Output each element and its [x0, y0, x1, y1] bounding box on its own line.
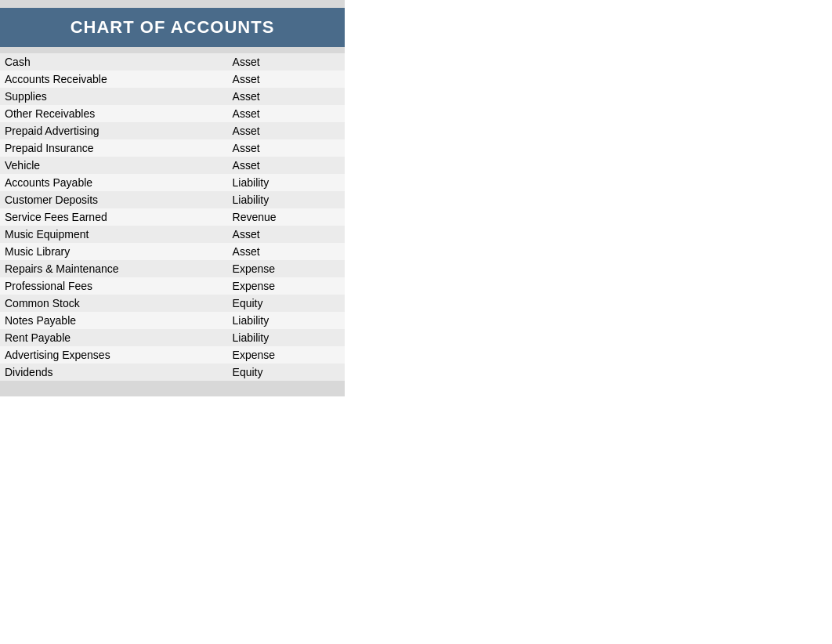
account-type: Expense [228, 260, 345, 277]
account-name: Prepaid Advertising [0, 122, 228, 139]
account-type: Revenue [228, 208, 345, 226]
account-name: Music Equipment [0, 226, 228, 243]
account-name: Supplies [0, 88, 228, 105]
table-row: CashAsset [0, 53, 345, 71]
account-type: Equity [228, 295, 345, 312]
table-row: Prepaid InsuranceAsset [0, 139, 345, 157]
account-name: Music Library [0, 243, 228, 260]
account-type: Asset [228, 88, 345, 105]
table-row: Other ReceivablesAsset [0, 105, 345, 122]
account-name: Dividends [0, 364, 228, 381]
account-type: Expense [228, 346, 345, 364]
table-row: Accounts PayableLiability [0, 174, 345, 191]
table-row: Accounts ReceivableAsset [0, 71, 345, 88]
table-row: Common StockEquity [0, 295, 345, 312]
account-type: Liability [228, 174, 345, 191]
account-name: Customer Deposits [0, 191, 228, 208]
account-type: Asset [228, 157, 345, 174]
account-type: Asset [228, 71, 345, 88]
chart-title: CHART OF ACCOUNTS [16, 17, 329, 38]
account-name: Advertising Expenses [0, 346, 228, 364]
table-row: Rent PayableLiability [0, 329, 345, 346]
account-name: Repairs & Maintenance [0, 260, 228, 277]
account-type: Expense [228, 277, 345, 295]
title-area: CHART OF ACCOUNTS [0, 8, 345, 47]
table-row: Prepaid AdvertisingAsset [0, 122, 345, 139]
table-row: Professional FeesExpense [0, 277, 345, 295]
account-name: Other Receivables [0, 105, 228, 122]
account-name: Cash [0, 53, 228, 71]
account-name: Accounts Receivable [0, 71, 228, 88]
account-name: Service Fees Earned [0, 208, 228, 226]
table-row: VehicleAsset [0, 157, 345, 174]
table-row: SuppliesAsset [0, 88, 345, 105]
table-row: Notes PayableLiability [0, 312, 345, 329]
table-row: Advertising ExpensesExpense [0, 346, 345, 364]
account-name: Accounts Payable [0, 174, 228, 191]
account-type: Asset [228, 226, 345, 243]
account-type: Asset [228, 105, 345, 122]
account-type: Liability [228, 191, 345, 208]
account-type: Asset [228, 53, 345, 71]
account-type: Liability [228, 329, 345, 346]
main-container: CHART OF ACCOUNTS CashAssetAccounts Rece… [0, 0, 345, 396]
table-row: Music LibraryAsset [0, 243, 345, 260]
account-name: Rent Payable [0, 329, 228, 346]
account-name: Professional Fees [0, 277, 228, 295]
table-row: Service Fees EarnedRevenue [0, 208, 345, 226]
account-type: Equity [228, 364, 345, 381]
table-row: DividendsEquity [0, 364, 345, 381]
account-name: Notes Payable [0, 312, 228, 329]
account-type: Asset [228, 122, 345, 139]
account-name: Vehicle [0, 157, 228, 174]
account-type: Asset [228, 139, 345, 157]
table-row: Repairs & MaintenanceExpense [0, 260, 345, 277]
account-name: Common Stock [0, 295, 228, 312]
table-row: Customer DepositsLiability [0, 191, 345, 208]
account-name: Prepaid Insurance [0, 139, 228, 157]
account-type: Liability [228, 312, 345, 329]
account-type: Asset [228, 243, 345, 260]
accounts-table: CashAssetAccounts ReceivableAssetSupplie… [0, 53, 345, 381]
table-row: Music EquipmentAsset [0, 226, 345, 243]
